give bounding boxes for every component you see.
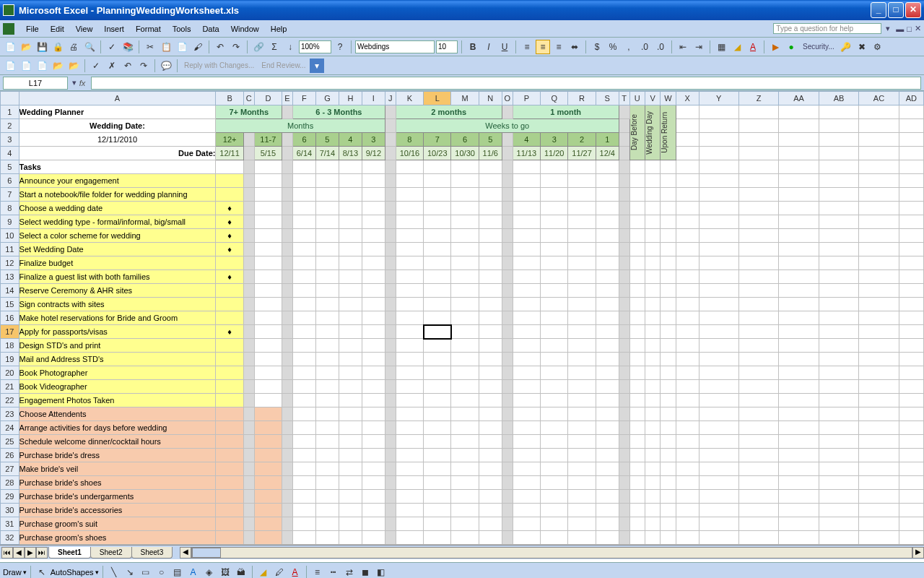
undo-icon[interactable]: ↶ (213, 40, 227, 54)
row-header-13[interactable]: 13 (1, 270, 19, 284)
rev7-icon[interactable]: ✗ (105, 59, 119, 73)
col-header-H[interactable]: H (339, 92, 362, 105)
close-button[interactable]: ✕ (905, 2, 921, 18)
row-header-10[interactable]: 10 (1, 229, 19, 243)
format-painter-icon[interactable]: 🖌 (191, 40, 205, 54)
comma-icon[interactable]: , (622, 40, 636, 54)
rev3-icon[interactable]: 📄 (35, 59, 49, 73)
horizontal-scrollbar[interactable]: ◀ ▶ (180, 547, 924, 558)
tab-nav-first-icon[interactable]: ⏮ (1, 547, 13, 558)
row-header-2[interactable]: 2 (1, 119, 19, 133)
col-header-AC[interactable]: AC (859, 92, 899, 105)
row-header-11[interactable]: 11 (1, 243, 19, 256)
row-header-32[interactable]: 32 (1, 531, 19, 545)
col-header-S[interactable]: S (596, 92, 619, 105)
row-header-23[interactable]: 23 (1, 407, 19, 421)
tab-nav-prev-icon[interactable]: ◀ (13, 547, 25, 558)
paste-icon[interactable]: 📄 (175, 40, 189, 54)
rev2-icon[interactable]: 📄 (19, 59, 33, 73)
wordart-icon[interactable]: A (186, 565, 201, 579)
arrow-shape-icon[interactable]: ↘ (123, 565, 137, 579)
research-icon[interactable]: 📚 (121, 40, 135, 54)
col-header-F[interactable]: F (292, 92, 315, 105)
help-icon[interactable]: ? (333, 40, 347, 54)
spreadsheet-grid[interactable]: ABCDEFGHIJKLMNOPQRSTUVWXYZAAABACAD 1Wedd… (0, 91, 924, 545)
fill-color-icon[interactable]: ◢ (730, 40, 744, 54)
draw-menu[interactable]: Draw (3, 568, 22, 577)
help-search-input[interactable] (773, 23, 881, 34)
sec1-icon[interactable]: 🔑 (839, 40, 853, 54)
task-row-27[interactable]: 27Make bride's veil (1, 462, 924, 476)
save-icon[interactable]: 💾 (35, 40, 49, 54)
col-header-P[interactable]: P (513, 92, 540, 105)
col-header-G[interactable]: G (315, 92, 339, 105)
row-header-14[interactable]: 14 (1, 284, 19, 298)
rev4-icon[interactable]: 📂 (51, 59, 65, 73)
line-icon[interactable]: ╲ (107, 565, 121, 579)
row-header-19[interactable]: 19 (1, 353, 19, 366)
italic-icon[interactable]: I (481, 40, 496, 54)
sec2-icon[interactable]: ✖ (855, 40, 869, 54)
borders-icon[interactable]: ▦ (714, 40, 728, 54)
task-row-31[interactable]: 31Purchase groom's suit (1, 517, 924, 531)
task-row-22[interactable]: 22Engagement Photos Taken (1, 394, 924, 407)
copy-icon[interactable]: 📋 (159, 40, 173, 54)
task-row-26[interactable]: 26Purchase bride's dress (1, 449, 924, 462)
line-style-icon[interactable]: ≡ (310, 565, 325, 579)
formula-bar[interactable] (91, 77, 921, 90)
rev9-icon[interactable]: ↷ (136, 59, 151, 73)
menu-edit[interactable]: Edit (45, 22, 70, 35)
picture-icon[interactable]: 🏔 (234, 565, 248, 579)
line-color-icon[interactable]: 🖊 (272, 565, 287, 579)
dec-indent-icon[interactable]: ⇤ (676, 40, 690, 54)
col-header-AA[interactable]: AA (779, 92, 819, 105)
row-header-6[interactable]: 6 (1, 174, 19, 188)
row-header-20[interactable]: 20 (1, 366, 19, 380)
col-header-E[interactable]: E (282, 92, 293, 105)
menu-view[interactable]: View (70, 22, 99, 35)
task-row-14[interactable]: 14Reserve Ceremony & AHR sites (1, 284, 924, 298)
col-header-corner[interactable] (1, 92, 19, 105)
menu-tools[interactable]: Tools (167, 22, 197, 35)
name-box[interactable]: L17 (3, 77, 68, 90)
help-dropdown-icon[interactable]: ▾ (886, 24, 890, 33)
fx-icon[interactable]: fx (77, 79, 88, 87)
font-color2-icon[interactable]: A (288, 565, 302, 579)
col-header-O[interactable]: O (502, 92, 513, 105)
col-header-I[interactable]: I (362, 92, 385, 105)
column-headers[interactable]: ABCDEFGHIJKLMNOPQRSTUVWXYZAAABACAD (1, 92, 924, 105)
row-header-1[interactable]: 1 (1, 105, 19, 119)
sec3-icon[interactable]: ⚙ (871, 40, 885, 54)
font-name-combo[interactable] (355, 40, 435, 53)
task-row-23[interactable]: 23Choose Attendents (1, 407, 924, 421)
dash-style-icon[interactable]: ┅ (326, 565, 341, 579)
row-header-24[interactable]: 24 (1, 421, 19, 435)
rev1-icon[interactable]: 📄 (3, 59, 17, 73)
security-label[interactable]: Security... (800, 43, 837, 51)
preview-icon[interactable]: 🔍 (82, 40, 97, 54)
row-header-22[interactable]: 22 (1, 394, 19, 407)
task-row-24[interactable]: 24Arrange activities for days before wed… (1, 421, 924, 435)
col-header-Q[interactable]: Q (541, 92, 568, 105)
tab-sheet1[interactable]: Sheet1 (48, 547, 91, 558)
row-header-29[interactable]: 29 (1, 490, 19, 504)
task-row-28[interactable]: 28Purchase bride's shoes (1, 476, 924, 490)
task-row-11[interactable]: 11Set Wedding Date♦ (1, 243, 924, 256)
align-center-icon[interactable]: ≡ (536, 40, 550, 54)
row-header-27[interactable]: 27 (1, 462, 19, 476)
col-header-AB[interactable]: AB (819, 92, 858, 105)
row-header-18[interactable]: 18 (1, 339, 19, 353)
task-row-16[interactable]: 16Make hotel reservations for Bride and … (1, 311, 924, 325)
textbox-icon[interactable]: ▤ (170, 565, 185, 579)
tab-nav-next-icon[interactable]: ▶ (25, 547, 36, 558)
task-row-7[interactable]: 7Start a notebook/file folder for weddin… (1, 188, 924, 202)
row-header-16[interactable]: 16 (1, 311, 19, 325)
currency-icon[interactable]: $ (590, 40, 604, 54)
arrow-icon[interactable]: ▶ (768, 40, 783, 54)
arrow-style-icon[interactable]: ⇄ (342, 565, 357, 579)
col-header-L[interactable]: L (424, 92, 451, 105)
col-header-W[interactable]: W (661, 92, 676, 105)
tab-sheet3[interactable]: Sheet3 (131, 547, 173, 558)
col-header-R[interactable]: R (568, 92, 596, 105)
align-left-icon[interactable]: ≡ (520, 40, 534, 54)
